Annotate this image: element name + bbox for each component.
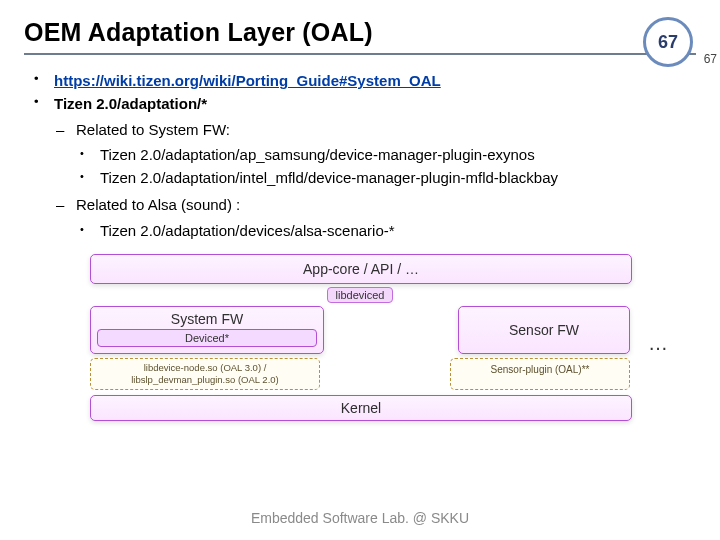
ellipsis-icon: … xyxy=(648,332,670,355)
slide-number: 67 xyxy=(643,17,693,67)
box-system-fw: System FW Deviced* xyxy=(90,306,324,354)
architecture-diagram: App-core / API / … libdeviced System FW … xyxy=(90,254,630,421)
oal-left-line2: libslp_devman_plugin.so (OAL 2.0) xyxy=(95,374,315,386)
box-sensor-fw: Sensor FW xyxy=(458,306,630,354)
box-deviced: Deviced* xyxy=(97,329,317,347)
bullet-list: https://wiki.tizen.org/wiki/Porting_Guid… xyxy=(24,69,696,242)
footer-text: Embedded Software Lab. @ SKKU xyxy=(0,510,720,526)
page-title: OEM Adaptation Layer (OAL) xyxy=(24,18,373,47)
sub-bullet-system-fw: Related to System FW: xyxy=(76,121,230,138)
box-kernel: Kernel xyxy=(90,395,632,421)
page-number-small: 67 xyxy=(704,52,717,66)
oal-left-line1: libdevice-node.so (OAL 3.0) / xyxy=(95,362,315,374)
box-app-core: App-core / API / … xyxy=(90,254,632,284)
box-libdeviced: libdeviced xyxy=(327,287,394,303)
slide-number-badge: 67 xyxy=(640,14,696,70)
label-system-fw: System FW xyxy=(97,311,317,327)
box-sensor-plugin-oal: Sensor-plugin (OAL)** xyxy=(450,358,630,390)
box-oal-libdevice: libdevice-node.so (OAL 3.0) / libslp_dev… xyxy=(90,358,320,390)
bullet-adaptation-path: Tizen 2.0/adaptation/* xyxy=(54,95,207,112)
bullet-mfld-plugin: Tizen 2.0/adaptation/intel_mfld/device-m… xyxy=(94,166,696,189)
bullet-alsa-scenario: Tizen 2.0/adaptation/devices/alsa-scenar… xyxy=(94,219,696,242)
bullet-exynos-plugin: Tizen 2.0/adaptation/ap_samsung/device-m… xyxy=(94,143,696,166)
wiki-link[interactable]: https://wiki.tizen.org/wiki/Porting_Guid… xyxy=(54,72,441,89)
sub-bullet-alsa: Related to Alsa (sound) : xyxy=(76,196,240,213)
